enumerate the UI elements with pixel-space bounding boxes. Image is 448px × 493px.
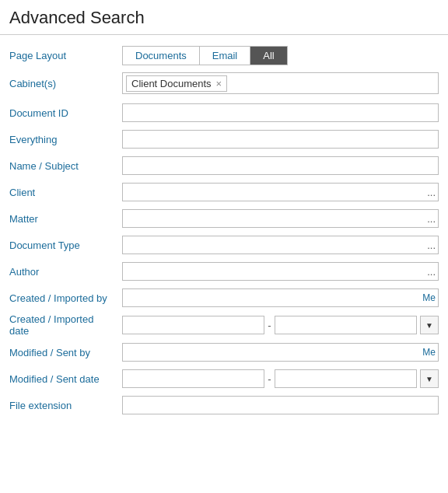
client-ellipsis-icon[interactable]: ... xyxy=(427,187,436,198)
name-subject-label: Name / Subject xyxy=(9,160,122,172)
matter-ellipsis-icon[interactable]: ... xyxy=(427,213,436,225)
created-imported-by-me-button[interactable]: Me xyxy=(422,292,436,303)
tab-documents[interactable]: Documents xyxy=(123,47,200,65)
modified-sent-date-dropdown[interactable]: ▼ xyxy=(420,369,439,388)
client-input[interactable] xyxy=(122,183,439,201)
name-subject-input[interactable] xyxy=(122,156,439,175)
document-id-input[interactable] xyxy=(122,103,439,122)
everything-input[interactable] xyxy=(122,130,439,149)
author-ellipsis-icon[interactable]: ... xyxy=(427,266,436,278)
author-input[interactable] xyxy=(122,262,439,281)
page-layout-tabs: Documents Email All xyxy=(122,46,288,65)
document-type-ellipsis-icon[interactable]: ... xyxy=(427,240,436,251)
page-layout-label: Page Layout xyxy=(9,50,122,61)
page-title: Advanced Search xyxy=(0,0,448,35)
created-imported-date-label: Created / Imported date xyxy=(9,313,122,337)
cabinets-label: Cabinet(s) xyxy=(9,78,122,89)
created-imported-date-range: - ▼ xyxy=(122,316,439,334)
matter-input[interactable] xyxy=(122,209,439,228)
cabinet-tag: Client Documents × xyxy=(126,75,227,92)
date-dash-2: - xyxy=(268,373,271,385)
matter-label: Matter xyxy=(9,213,122,225)
file-extension-label: File extension xyxy=(9,400,122,411)
dropdown-arrow-icon: ▼ xyxy=(425,321,433,330)
tab-email[interactable]: Email xyxy=(200,47,251,65)
created-imported-date-to[interactable] xyxy=(275,316,417,334)
client-label: Client xyxy=(9,187,122,198)
created-imported-date-from[interactable] xyxy=(122,316,264,334)
modified-sent-date-label: Modified / Sent date xyxy=(9,373,122,385)
modified-sent-by-label: Modified / Sent by xyxy=(9,347,122,358)
everything-label: Everything xyxy=(9,134,122,145)
dropdown-arrow-icon-2: ▼ xyxy=(425,375,433,383)
modified-sent-by-input[interactable] xyxy=(122,343,439,362)
cabinet-tag-label: Client Documents xyxy=(131,78,212,89)
date-dash-1: - xyxy=(268,320,271,331)
created-imported-date-dropdown[interactable]: ▼ xyxy=(420,316,439,334)
cabinet-tag-remove[interactable]: × xyxy=(216,78,222,89)
modified-sent-date-from[interactable] xyxy=(122,369,264,388)
cabinets-field[interactable]: Client Documents × xyxy=(122,72,439,94)
file-extension-input[interactable] xyxy=(122,396,439,414)
document-type-label: Document Type xyxy=(9,240,122,251)
tab-all[interactable]: All xyxy=(250,47,286,65)
modified-sent-date-range: - ▼ xyxy=(122,369,439,388)
created-imported-by-input[interactable] xyxy=(122,288,439,307)
author-label: Author xyxy=(9,266,122,278)
created-imported-by-label: Created / Imported by xyxy=(9,292,122,304)
modified-sent-date-to[interactable] xyxy=(275,369,417,388)
document-type-input[interactable] xyxy=(122,236,439,254)
document-id-label: Document ID xyxy=(9,107,122,119)
modified-sent-by-me-button[interactable]: Me xyxy=(422,347,436,358)
